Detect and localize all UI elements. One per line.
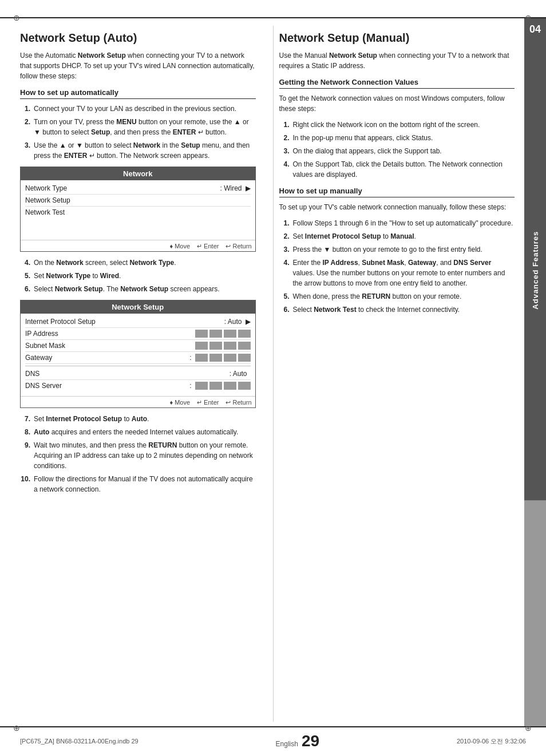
subsection-manual-intro: To set up your TV's cable network connec… <box>279 202 515 212</box>
network-row: DNS : Auto <box>25 368 251 380</box>
step-item: 3. Press the ▼ button on your remote to … <box>279 244 515 255</box>
right-section-intro: Use the Manual Network Setup when connec… <box>279 50 515 71</box>
network-box-footer: ♦ Move ↵ Enter ↩ Return <box>21 240 255 251</box>
step-item: 6. Select Network Test to check the Inte… <box>279 304 515 315</box>
right-column: Network Setup (Manual) Use the Manual Ne… <box>273 26 515 722</box>
steps-list-1: 1. Connect your TV to your LAN as descri… <box>20 104 256 161</box>
sidebar-decoration <box>524 501 546 726</box>
left-column: Network Setup (Auto) Use the Automatic N… <box>20 26 262 722</box>
step-item: 5. Set Network Type to Wired. <box>20 271 256 281</box>
step-item: 9. Wait two minutes, and then press the … <box>20 440 256 471</box>
network-setup-box-title: Network Setup <box>21 300 255 314</box>
left-section-title: Network Setup (Auto) <box>20 31 256 45</box>
page-footer: [PC675_ZA] BN68-03211A-00Eng.indb 29 Eng… <box>0 733 546 749</box>
network-row: Internet Protocol Setup : Auto ▶ <box>25 316 251 328</box>
step-item: 10. Follow the directions for Manual if … <box>20 474 256 494</box>
top-border <box>0 17 546 18</box>
chapter-number: 04 <box>524 18 546 40</box>
network-row: Network Setup <box>25 195 251 207</box>
right-sidebar: 04 Advanced Features <box>524 18 546 726</box>
network-box-body: Network Type : Wired ▶ Network Setup Net… <box>21 180 255 240</box>
step-item: 2. In the pop-up menu that appears, clic… <box>279 133 515 143</box>
crosshair-bl <box>13 723 21 731</box>
step-item: 1. Connect your TV to your LAN as descri… <box>20 104 256 114</box>
network-row: Network Type : Wired ▶ <box>25 183 251 195</box>
page-number-area: English 29 <box>276 733 320 749</box>
step-item: 3. Use the ▲ or ▼ button to select Netwo… <box>20 140 256 161</box>
network-row: DNS Server : <box>25 380 251 391</box>
step-item: 4. Enter the IP Address, Subnet Mask, Ga… <box>279 258 515 288</box>
right-section-title: Network Setup (Manual) <box>279 31 515 45</box>
subsection-getting-intro: To get the Network connection values on … <box>279 93 515 114</box>
bottom-border <box>0 726 546 727</box>
step-item: 4. On the Network screen, select Network… <box>20 258 256 268</box>
network-box-title: Network <box>21 167 255 180</box>
step-item: 1. Right click the Network icon on the b… <box>279 120 515 130</box>
network-setup-box: Network Setup Internet Protocol Setup : … <box>20 300 256 408</box>
subsection-manual-title: How to set up manually <box>279 187 515 197</box>
page-number: 29 <box>302 733 319 749</box>
step-item: 7. Set Internet Protocol Setup to Auto. <box>20 414 256 424</box>
content-area: Network Setup (Auto) Use the Automatic N… <box>20 26 515 722</box>
step-item: 2. Set Internet Protocol Setup to Manual… <box>279 231 515 242</box>
network-row: IP Address <box>25 328 251 340</box>
step-item: 2. Turn on your TV, press the MENU butto… <box>20 117 256 137</box>
subsection-getting-title: Getting the Network Connection Values <box>279 78 515 89</box>
right-steps-list-2: 1. Follow Steps 1 through 6 in the "How … <box>279 218 515 315</box>
right-steps-list-1: 1. Right click the Network icon on the b… <box>279 120 515 180</box>
english-label: English <box>276 740 298 748</box>
network-row: Network Test <box>25 207 251 235</box>
network-row: Gateway : <box>25 352 251 364</box>
footer-right-text: 2010-09-06 오전 9:32:06 <box>457 737 526 746</box>
step-item: 3. On the dialog that appears, click the… <box>279 146 515 156</box>
step-item: 4. On the Support Tab, click the Details… <box>279 159 515 180</box>
network-box: Network Network Type : Wired ▶ Network S… <box>20 167 256 252</box>
page-container: 04 Advanced Features Network Setup (Auto… <box>0 0 546 756</box>
crosshair-tl <box>13 13 21 21</box>
step-item: 5. When done, press the RETURN button on… <box>279 291 515 302</box>
steps-list-3: 7. Set Internet Protocol Setup to Auto. … <box>20 414 256 494</box>
network-setup-box-footer: ♦ Move ↵ Enter ↩ Return <box>21 396 255 407</box>
step-item: 6. Select Network Setup. The Network Set… <box>20 284 256 294</box>
network-setup-box-body: Internet Protocol Setup : Auto ▶ IP Addr… <box>21 314 255 396</box>
subsection-auto-title: How to set up automatically <box>20 88 256 99</box>
step-item: 8. Auto acquires and enters the needed I… <box>20 427 256 437</box>
left-section-intro: Use the Automatic Network Setup when con… <box>20 50 256 81</box>
network-row: Subnet Mask <box>25 340 251 352</box>
dns-separator <box>25 366 251 366</box>
footer-left-text: [PC675_ZA] BN68-03211A-00Eng.indb 29 <box>20 738 139 745</box>
step-item: 1. Follow Steps 1 through 6 in the "How … <box>279 218 515 228</box>
steps-list-2: 4. On the Network screen, select Network… <box>20 258 256 294</box>
sidebar-label: Advanced Features <box>524 40 546 501</box>
